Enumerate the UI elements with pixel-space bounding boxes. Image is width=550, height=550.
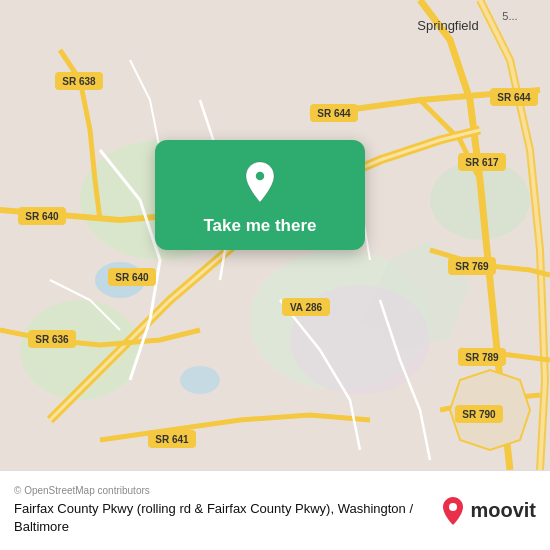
svg-text:5...: 5...: [502, 10, 517, 22]
svg-point-37: [449, 503, 457, 511]
svg-text:SR 636: SR 636: [35, 334, 69, 345]
svg-text:SR 640: SR 640: [115, 272, 149, 283]
svg-text:SR 769: SR 769: [455, 261, 489, 272]
bottom-bar: © OpenStreetMap contributors Fairfax Cou…: [0, 470, 550, 550]
svg-text:SR 789: SR 789: [465, 352, 499, 363]
svg-text:VA 286: VA 286: [290, 302, 323, 313]
map-container: SR 638 SR 640 SR 640 SR 636 SR 641 SR 64…: [0, 0, 550, 470]
take-me-there-label: Take me there: [203, 216, 316, 236]
svg-text:SR 641: SR 641: [155, 434, 189, 445]
svg-text:Springfield: Springfield: [417, 18, 478, 33]
svg-text:SR 617: SR 617: [465, 157, 499, 168]
svg-text:SR 644: SR 644: [497, 92, 531, 103]
moovit-logo-text: moovit: [470, 499, 536, 522]
svg-text:SR 638: SR 638: [62, 76, 96, 87]
location-info: © OpenStreetMap contributors Fairfax Cou…: [14, 485, 430, 535]
svg-text:SR 790: SR 790: [462, 409, 496, 420]
svg-text:SR 640: SR 640: [25, 211, 59, 222]
location-name: Fairfax County Pkwy (rolling rd & Fairfa…: [14, 500, 430, 535]
moovit-logo: moovit: [440, 496, 536, 526]
location-pin-icon: [236, 158, 284, 206]
svg-point-7: [180, 366, 220, 394]
copyright-text: © OpenStreetMap contributors: [14, 485, 430, 496]
take-me-there-button[interactable]: Take me there: [155, 140, 365, 250]
moovit-pin-icon: [440, 496, 466, 526]
svg-point-36: [255, 171, 265, 181]
svg-text:SR 644: SR 644: [317, 108, 351, 119]
